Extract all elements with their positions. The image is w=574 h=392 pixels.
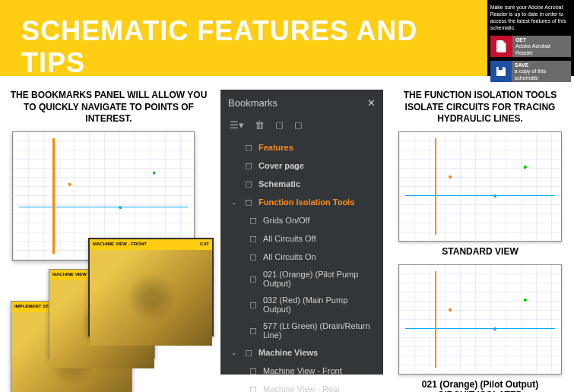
column-bookmarks-panel: Bookmarks ✕ ☰▾ 🗑 ◻ ◻ ◻Features◻Cover pag… <box>217 90 386 392</box>
header-right: Make sure your Adobe Acrobat Reader is u… <box>487 0 574 76</box>
thumb-isolated-view <box>398 264 562 375</box>
bookmark-icon: ◻ <box>249 215 257 226</box>
bookmark-item[interactable]: ◻021 (Orange) (Pilot Pump Output) <box>220 266 383 292</box>
bookmark-label: Cover page <box>258 161 304 170</box>
chevron-down-icon: ⌄ <box>231 349 239 356</box>
save-button[interactable]: SAVE a copy of this schematic <box>490 61 571 82</box>
bookmark-label: Machine Views <box>258 348 318 357</box>
bookmark-label: Grids On/Off <box>263 216 310 225</box>
get-reader-button[interactable]: GET Adobe Acrobat Reader <box>490 36 571 57</box>
column-isolation: THE FUNCTION ISOLATION TOOLS ISOLATE CIR… <box>386 90 574 392</box>
bookmark-icon: ◻ <box>249 299 257 310</box>
trash-icon[interactable]: 🗑 <box>255 119 265 131</box>
bookmark-icon: ◻ <box>245 160 252 171</box>
chevron-down-icon: ⌄ <box>231 198 239 206</box>
bookmark-icon: ◻ <box>245 179 252 189</box>
bookmark-item[interactable]: ◻032 (Red) (Main Pump Output) <box>220 292 383 318</box>
add-bookmark-icon[interactable]: ◻ <box>275 119 284 131</box>
save-icon <box>490 61 512 82</box>
bookmark-label: Machine View - Front <box>263 366 342 375</box>
bookmark-item[interactable]: ◻Schematic <box>220 175 383 193</box>
bookmark-item[interactable]: ◻Machine View - Front <box>220 362 383 380</box>
bookmark-icon: ◻ <box>245 142 252 153</box>
bookmark-item[interactable]: ⌄◻Machine Views <box>220 343 383 362</box>
bookmark-label: All Circuits On <box>263 252 316 261</box>
bookmark-icon: ◻ <box>249 365 257 376</box>
close-icon[interactable]: ✕ <box>367 97 376 109</box>
col3-caption: THE FUNCTION ISOLATION TOOLS ISOLATE CIR… <box>386 90 574 125</box>
bookmark-item[interactable]: ⌄◻Function Isolation Tools <box>220 193 383 211</box>
bookmark-item[interactable]: ◻Machine View - Rear <box>220 380 383 392</box>
bookmarks-panel: Bookmarks ✕ ☰▾ 🗑 ◻ ◻ ◻Features◻Cover pag… <box>220 90 383 375</box>
get-label: GET <box>515 37 568 43</box>
bookmarks-list: ◻Features◻Cover page◻Schematic⌄◻Function… <box>220 135 383 392</box>
bookmark-item[interactable]: ◻All Circuits Off <box>220 229 383 248</box>
bookmark-icon: ◻ <box>249 233 257 244</box>
bookmarks-title: Bookmarks <box>228 97 277 109</box>
column-bookmarks-info: THE BOOKMARKS PANEL WILL ALLOW YOU TO QU… <box>0 90 217 392</box>
bookmarks-header: Bookmarks ✕ <box>220 90 383 116</box>
thumb-standard-view <box>398 131 562 242</box>
bookmark-label: 021 (Orange) (Pilot Pump Output) <box>263 270 377 288</box>
bookmark-item[interactable]: ◻577 (Lt Green) (Drain/Return Line) <box>220 318 383 343</box>
bookmarks-toolbar: ☰▾ 🗑 ◻ ◻ <box>220 116 383 135</box>
page-title: SCHEMATIC FEATURES AND TIPS <box>0 0 487 79</box>
pdf-icon <box>490 36 512 57</box>
bookmark-label: 032 (Red) (Main Pump Output) <box>263 296 377 314</box>
bookmark-label: Function Isolation Tools <box>258 198 354 207</box>
thumbnail-stack: IMPLEMENT STACKCAT MACHINE VIEW - REARCA… <box>6 131 211 392</box>
bookmark-item[interactable]: ◻Grids On/Off <box>220 211 383 229</box>
bookmark-label: Machine View - Rear <box>263 384 341 392</box>
col1-caption: THE BOOKMARKS PANEL WILL ALLOW YOU TO QU… <box>0 90 217 125</box>
bookmark-label: Features <box>258 143 293 152</box>
list-icon[interactable]: ☰▾ <box>230 119 244 131</box>
thumb-machine-front: MACHINE VIEW - FRONTCAT <box>88 238 214 337</box>
bookmark-icon: ◻ <box>245 347 252 358</box>
bookmark-icon: ◻ <box>249 384 257 392</box>
bookmark-icon: ◻ <box>249 273 257 284</box>
bookmark-item[interactable]: ◻All Circuits On <box>220 248 383 266</box>
bookmark-item[interactable]: ◻Features <box>220 138 383 156</box>
get-sublabel: Adobe Acrobat Reader <box>515 43 568 56</box>
header: SCHEMATIC FEATURES AND TIPS Make sure yo… <box>0 0 574 76</box>
content: THE BOOKMARKS PANEL WILL ALLOW YOU TO QU… <box>0 76 574 392</box>
bookmark-item[interactable]: ◻Cover page <box>220 156 383 175</box>
save-label: SAVE <box>515 62 568 68</box>
bookmark-icon: ◻ <box>245 197 252 207</box>
bookmark-ribbon-icon[interactable]: ◻ <box>294 119 303 131</box>
bookmark-icon: ◻ <box>249 325 257 336</box>
header-note: Make sure your Adobe Acrobat Reader is u… <box>490 4 571 31</box>
bookmark-icon: ◻ <box>249 251 257 262</box>
standard-view-label: STANDARD VIEW <box>442 246 518 257</box>
bookmark-label: All Circuits Off <box>263 234 316 243</box>
save-sublabel: a copy of this schematic <box>515 68 568 81</box>
isolated-view-label: 021 (Orange) (Pilot Output) CIRCUIT ISOL… <box>422 379 538 392</box>
bookmark-label: 577 (Lt Green) (Drain/Return Line) <box>263 321 377 340</box>
bookmark-label: Schematic <box>258 179 300 188</box>
